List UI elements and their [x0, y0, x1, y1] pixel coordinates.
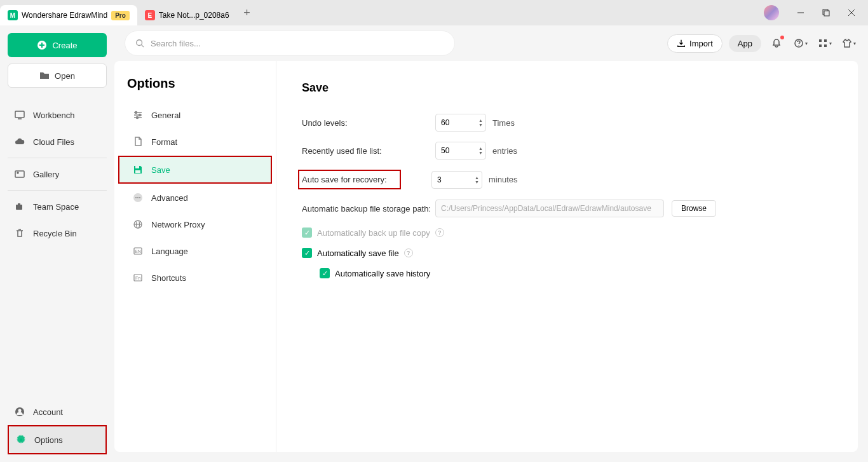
tab-document[interactable]: E Take Not...p_0208a6: [137, 5, 237, 25]
nav-workbench[interactable]: Workbench: [8, 102, 107, 128]
keyboard-icon: Fn: [132, 272, 144, 283]
user-icon: [14, 406, 25, 418]
divider: [8, 158, 107, 158]
check-backup-copy: ✓ Automatically back up file copy ?: [302, 228, 832, 238]
check-save-file[interactable]: ✓ Automatically save file ?: [302, 248, 832, 258]
browse-label: Browse: [681, 204, 707, 213]
svg-rect-22: [824, 44, 827, 47]
close-button[interactable]: [840, 3, 863, 23]
minimize-button[interactable]: [789, 3, 812, 23]
row-backup-path: Automatic backup file storage path: Brow…: [302, 200, 832, 217]
tab-label: Take Not...p_0208a6: [159, 11, 229, 20]
opt-language[interactable]: EN Language: [119, 238, 271, 264]
opt-format[interactable]: Format: [119, 129, 271, 154]
svg-text:Fn: Fn: [135, 276, 140, 280]
search-icon: [135, 39, 144, 48]
svg-point-15: [18, 409, 22, 412]
nav-options[interactable]: Options: [9, 426, 105, 453]
open-label: Open: [55, 71, 75, 81]
bell-icon[interactable]: [768, 34, 785, 52]
spinner-arrows[interactable]: ▲▼: [478, 146, 483, 155]
recent-input[interactable]: [441, 146, 473, 155]
gallery-icon: [14, 168, 25, 180]
settings-heading: Save: [302, 81, 832, 95]
check-label: Automatically back up file copy: [317, 228, 430, 238]
trash-icon: [14, 228, 25, 239]
tab-label: Wondershare EdrawMind: [22, 11, 107, 20]
svg-point-32: [135, 197, 137, 198]
doc-icon: E: [145, 10, 155, 20]
svg-rect-29: [135, 166, 139, 168]
backup-label: Automatic backup file storage path:: [302, 204, 435, 214]
app-button[interactable]: App: [729, 35, 761, 52]
svg-point-34: [139, 197, 140, 198]
check-label: Automatically save file: [317, 248, 399, 258]
opt-shortcuts[interactable]: Fn Shortcuts: [119, 265, 271, 290]
undo-input[interactable]: [441, 118, 473, 127]
user-avatar[interactable]: [764, 5, 779, 20]
nav-cloud[interactable]: Cloud Files: [8, 128, 107, 155]
row-undo: Undo levels: ▲▼ Times: [302, 114, 832, 132]
content-area: Search files... Import App ▾ ▾ ▾ Options…: [114, 25, 868, 462]
opt-general[interactable]: General: [119, 102, 271, 128]
file-icon: [132, 136, 144, 147]
nav-account[interactable]: Account: [8, 398, 107, 425]
spinner-arrows[interactable]: ▲▼: [475, 175, 479, 184]
recent-spinner[interactable]: ▲▼: [435, 142, 486, 160]
svg-rect-2: [824, 11, 829, 16]
help-icon[interactable]: ?: [435, 228, 444, 237]
search-placeholder: Search files...: [151, 39, 201, 48]
nav-label: Recycle Bin: [33, 229, 77, 238]
opt-network[interactable]: Network Proxy: [119, 212, 271, 237]
nav-gallery[interactable]: Gallery: [8, 161, 107, 187]
nav-recycle[interactable]: Recycle Bin: [8, 220, 107, 247]
opt-advanced[interactable]: Advanced: [119, 185, 271, 210]
nav-label: Workbench: [33, 111, 75, 120]
help-icon[interactable]: ▾: [792, 34, 810, 52]
nav-label: Cloud Files: [33, 137, 74, 147]
svg-point-27: [139, 114, 141, 116]
undo-unit: Times: [492, 118, 515, 128]
svg-point-33: [137, 197, 139, 198]
browse-button[interactable]: Browse: [672, 200, 716, 217]
nav-label: Team Space: [33, 202, 79, 212]
help-icon[interactable]: ?: [404, 248, 413, 257]
recent-label: Recently used file list:: [302, 146, 435, 156]
search-input[interactable]: Search files...: [125, 31, 455, 56]
check-save-history[interactable]: ✓ Automatically save history: [320, 268, 832, 278]
autosave-spinner[interactable]: ▲▼: [431, 171, 482, 189]
opt-label: General: [151, 111, 180, 120]
maximize-button[interactable]: [815, 3, 837, 23]
pro-badge: Pro: [111, 11, 130, 20]
autosave-label: Auto save for recovery:: [298, 170, 401, 189]
autosave-input[interactable]: [437, 175, 469, 184]
svg-text:EN: EN: [135, 249, 141, 254]
backup-path-input[interactable]: [435, 200, 664, 217]
opt-save[interactable]: Save: [119, 157, 271, 182]
row-autosave: Auto save for recovery: ▲▼ minutes: [302, 170, 832, 189]
apps-icon[interactable]: ▾: [816, 34, 834, 52]
dots-icon: [132, 192, 144, 203]
opt-label: Network Proxy: [151, 220, 205, 229]
spinner-arrows[interactable]: ▲▼: [478, 118, 483, 127]
cloud-icon: [14, 136, 25, 147]
open-button[interactable]: Open: [8, 64, 107, 88]
nav-label: Gallery: [33, 170, 59, 179]
tabs: M Wondershare EdrawMind Pro E Take Not..…: [0, 0, 257, 25]
nav-team[interactable]: Team Space: [8, 193, 107, 220]
opt-label: Advanced: [151, 193, 188, 203]
import-button[interactable]: Import: [667, 34, 722, 53]
checkbox[interactable]: ✓: [320, 268, 330, 278]
tab-add-button[interactable]: +: [237, 3, 257, 23]
tab-main[interactable]: M Wondershare EdrawMind Pro: [0, 5, 137, 25]
shirt-icon[interactable]: ▾: [840, 34, 858, 52]
svg-rect-13: [18, 203, 20, 205]
main: Create Open Workbench Cloud Files Galler…: [0, 25, 868, 462]
svg-rect-10: [15, 171, 24, 177]
svg-point-11: [17, 172, 18, 173]
create-button[interactable]: Create: [8, 33, 107, 57]
app-label: App: [738, 39, 752, 48]
options-nav: Options General Format Save: [114, 61, 276, 452]
undo-spinner[interactable]: ▲▼: [435, 114, 486, 132]
checkbox[interactable]: ✓: [302, 248, 312, 258]
